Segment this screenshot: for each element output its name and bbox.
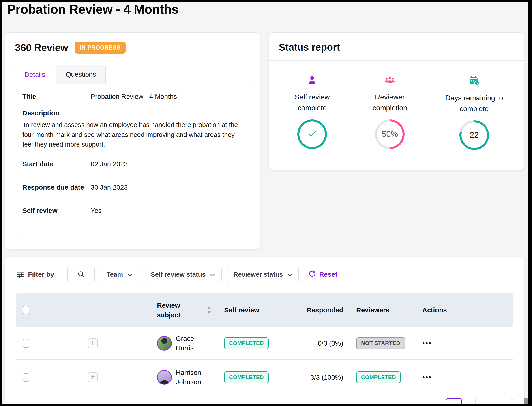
start-date-field: Start date 02 Jan 2023 (22, 160, 243, 168)
reviewers-cell: NOT STARTED (349, 337, 419, 349)
sort-icon[interactable] (207, 306, 211, 314)
filter-sliders-icon (16, 270, 24, 279)
search-button[interactable] (67, 267, 95, 282)
review-card: 360 Review IN PROGRESS Details Questions… (5, 32, 260, 249)
pagination: 1 20 / page (16, 398, 513, 406)
expand-row-button[interactable] (88, 338, 98, 348)
self-review-cell: COMPLETED (221, 371, 303, 383)
self-review-ring (297, 119, 327, 149)
review-subject-cell: Harrison Johnson (112, 368, 221, 387)
ring-inner (299, 122, 325, 147)
team-filter-label: Team (106, 271, 123, 278)
screen-frame: Probation Review - 4 Months 360 Review I… (0, 0, 532, 406)
person-icon (307, 75, 317, 86)
search-icon (77, 270, 85, 279)
self-review-status-badge: COMPLETED (224, 371, 269, 383)
days-remaining-value: 22 (470, 130, 479, 140)
reviewer-status-badge: COMPLETED (356, 371, 401, 383)
review-subject-cell: Grace Harris (112, 334, 221, 353)
actions-header-label: Actions (419, 306, 513, 314)
scrollbar-thumb[interactable] (524, 398, 528, 406)
responded-cell: 0/3 (0%) (303, 340, 349, 347)
status-card-title: Status report (279, 42, 340, 53)
expand-row-button[interactable] (88, 372, 98, 382)
avatar (157, 370, 172, 385)
row-checkbox[interactable] (23, 373, 29, 382)
team-filter-dropdown[interactable]: Team (100, 267, 139, 282)
table-header-row: Review subject Self review Responded Rev… (16, 293, 513, 327)
plus-icon (90, 340, 96, 347)
self-review-value: Yes (91, 207, 102, 214)
tab-questions[interactable]: Questions (56, 65, 106, 84)
tab-details[interactable]: Details (15, 65, 55, 84)
metric-self-review: Self review complete (271, 75, 353, 150)
table-row: Harrison Johnson COMPLETED 3/3 (100%) CO… (16, 360, 513, 395)
self-review-status-dropdown[interactable]: Self review status (144, 267, 222, 282)
row-checkbox-cell (16, 373, 41, 382)
reviewer-status-badge: NOT STARTED (356, 337, 405, 349)
reviewer-status-label: Reviewer status (233, 271, 283, 278)
response-due-value: 30 Jan 2023 (91, 183, 128, 191)
chevron-down-icon (287, 271, 292, 278)
start-date-value: 02 Jan 2023 (91, 160, 128, 168)
title-field-value: Probation Review - 4 Months (91, 93, 177, 100)
response-due-field: Response due date 30 Jan 2023 (22, 183, 243, 191)
self-review-label: Self review (22, 207, 91, 214)
description-field-value: To review and assess how an employee has… (22, 120, 243, 149)
reviewers-cell: COMPLETED (349, 371, 419, 383)
row-checkbox-cell (16, 339, 41, 348)
review-card-title: 360 Review (15, 42, 68, 53)
title-field-label: Title (22, 93, 91, 100)
avatar (157, 336, 172, 351)
actions-cell: ••• (419, 374, 513, 381)
metric-days-remaining: Days remaining to complete 22 (426, 75, 522, 150)
row-expand-cell (41, 372, 112, 382)
reviewer-status-dropdown[interactable]: Reviewer status (227, 267, 299, 282)
status-card-header: Status report (269, 33, 524, 61)
metric-label: Days remaining to complete (436, 93, 512, 114)
row-actions-menu-icon[interactable]: ••• (422, 374, 432, 381)
ring-inner: 22 (461, 122, 487, 148)
reviewer-completion-value: 50% (382, 130, 398, 139)
select-all-checkbox[interactable] (23, 306, 29, 314)
next-page-icon[interactable] (465, 403, 469, 406)
review-table-card: Filter by Team Self review status Review (5, 257, 524, 406)
row-actions-menu-icon[interactable]: ••• (422, 340, 432, 347)
reset-label: Reset (319, 271, 337, 278)
response-due-label: Response due date (22, 183, 91, 191)
filter-bar: Filter by Team Self review status Review (16, 267, 524, 282)
ring-inner: 50% (377, 122, 403, 147)
status-metrics: Self review complete Reviewer completion (269, 61, 524, 150)
chevron-down-icon (128, 271, 132, 278)
people-group-icon (384, 75, 395, 86)
self-review-cell: COMPLETED (221, 337, 303, 349)
reviewers-header-label: Reviewers (349, 306, 419, 314)
review-subject-name[interactable]: Harrison Johnson (176, 368, 213, 387)
status-report-card: Status report Self review complete (269, 32, 524, 170)
reset-icon (308, 270, 316, 279)
metric-label: Self review complete (289, 92, 336, 113)
responded-header-label: Responded (303, 306, 349, 314)
table-row: Grace Harris COMPLETED 0/3 (0%) NOT STAR… (16, 327, 513, 360)
review-subject-header-label: Review subject (157, 300, 196, 320)
current-page-button[interactable]: 1 (446, 398, 462, 406)
days-remaining-ring: 22 (460, 120, 489, 150)
self-review-status-label: Self review status (151, 271, 206, 278)
self-review-field: Self review Yes (22, 207, 243, 214)
review-tabs: Details Questions (15, 65, 260, 84)
title-field: Title Probation Review - 4 Months (22, 93, 243, 100)
page-title: Probation Review - 4 Months (7, 2, 179, 17)
check-icon (306, 128, 318, 141)
row-checkbox[interactable] (23, 339, 29, 348)
page-size-select[interactable]: 20 / page (475, 398, 513, 406)
reset-filters-button[interactable]: Reset (308, 270, 337, 279)
self-review-status-badge: COMPLETED (224, 337, 269, 349)
review-subject-name[interactable]: Grace Harris (176, 334, 213, 353)
self-review-header-label: Self review (221, 306, 303, 314)
reviewer-completion-ring: 50% (375, 119, 404, 149)
previous-page-icon[interactable] (439, 403, 443, 406)
calendar-clock-icon (469, 75, 480, 87)
responded-cell: 3/3 (100%) (303, 374, 349, 381)
description-field-label: Description (22, 109, 243, 117)
details-panel: Title Probation Review - 4 Months Descri… (15, 84, 250, 234)
